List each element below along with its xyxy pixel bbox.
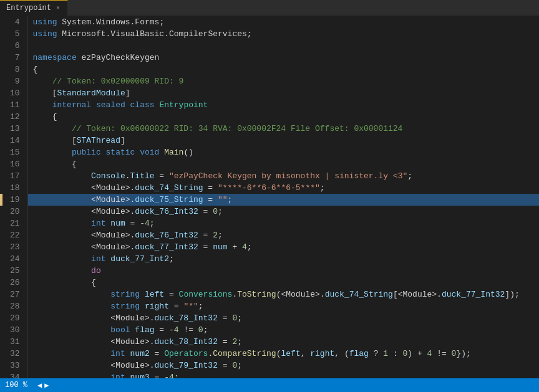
token-op: = -: [155, 325, 174, 335]
token-prop: duck_74_String: [325, 290, 393, 299]
token-punct: >.: [125, 207, 135, 216]
token-ns: [125, 349, 130, 358]
table-row: 11 internal sealed class Entrypoint: [0, 99, 539, 111]
table-row: 26 {: [0, 277, 539, 289]
token-prop: flag: [135, 325, 154, 335]
code-content: <Module>.duck_78_Int32 = 0;: [27, 312, 539, 324]
token-punct: [<: [393, 290, 403, 299]
token-kw: public: [33, 148, 101, 157]
line-number: 23: [2, 241, 27, 253]
token-op: = -: [125, 219, 145, 228]
token-kw: int: [33, 254, 106, 264]
token-op: =: [203, 183, 218, 193]
token-op: +: [228, 242, 242, 252]
token-ns: Module: [403, 290, 432, 299]
token-ns: Module: [286, 290, 315, 299]
token-kw: using: [33, 17, 57, 27]
token-ns: Module: [96, 195, 125, 204]
token-punct: ;: [203, 325, 208, 335]
tab-label: Entrypoint: [6, 4, 51, 12]
code-content: // Token: 0x02000009 RID: 9: [27, 75, 539, 87]
token-punct: {: [33, 160, 77, 169]
token-comment: // Token: 0x06000022 RID: 34 RVA: 0x0000…: [33, 124, 403, 133]
token-ns: Module: [96, 183, 125, 193]
token-kw: static: [106, 148, 135, 157]
code-content: <Module>.duck_76_Int32 = 0;: [27, 206, 539, 218]
token-punct: >.: [145, 313, 155, 323]
token-punct: ;: [228, 195, 233, 204]
code-content: int num2 = Operators.CompareString(left,…: [27, 348, 539, 360]
table-row: 21 int num = -4;: [0, 218, 539, 229]
table-row: 34 int num3 = -4;: [0, 371, 539, 378]
line-number: 32: [2, 348, 27, 360]
token-prop: duck_74_String: [135, 183, 203, 193]
table-row: 8{: [0, 64, 539, 75]
token-ns: [140, 290, 145, 299]
line-number: 18: [2, 182, 27, 194]
line-number: 4: [2, 16, 27, 28]
code-content: <Module>.duck_77_Int32 = num + 4;: [27, 241, 539, 253]
token-op: =: [198, 207, 213, 216]
token-punct: >.: [432, 290, 442, 299]
table-row: 22 <Module>.duck_76_Int32 = 2;: [0, 229, 539, 241]
token-punct: {: [33, 65, 38, 74]
token-kw2: do: [33, 266, 101, 275]
code-content: string left = Conversions.ToString(<Modu…: [27, 289, 539, 300]
code-content: int num = -4;: [27, 218, 539, 229]
table-row: 16 {: [0, 158, 539, 170]
line-number: 9: [2, 75, 27, 87]
tab-entrypoint[interactable]: Entrypoint ×: [0, 0, 68, 16]
token-punct: ;: [237, 337, 242, 347]
token-punct: ;: [174, 373, 179, 378]
token-prop: duck_77_Int2: [110, 254, 169, 264]
token-ns: [135, 148, 140, 157]
table-row: 28 string right = "*";: [0, 300, 539, 312]
token-kw: string: [33, 302, 140, 311]
table-row: 7namespace ezPayCheckKeygen: [0, 52, 539, 64]
token-num: 2: [213, 231, 218, 240]
code-content: internal sealed class Entrypoint: [27, 99, 539, 111]
token-op: !=: [432, 349, 451, 358]
token-op: =: [218, 313, 232, 323]
token-punct: });: [456, 349, 470, 358]
token-num: 1: [383, 349, 388, 358]
tab-close-button[interactable]: ×: [55, 4, 61, 12]
code-editor[interactable]: 4using System.Windows.Forms;5using Micro…: [0, 16, 539, 378]
token-punct: ;: [247, 29, 252, 39]
table-row: 15 public static void Main(): [0, 146, 539, 158]
token-op: =: [155, 171, 169, 181]
token-prop: duck_79_Int32: [155, 361, 218, 370]
table-row: 18 <Module>.duck_74_String = "****-6**6-…: [0, 182, 539, 194]
table-row: 13 // Token: 0x06000022 RID: 34 RVA: 0x0…: [0, 123, 539, 135]
token-punct: <: [33, 195, 96, 204]
token-prop: left: [281, 349, 300, 358]
line-number: 12: [2, 111, 27, 123]
token-attr: StandardModule: [57, 88, 125, 98]
token-prop: num: [213, 242, 227, 252]
token-punct: ;: [159, 17, 164, 27]
line-number: 22: [2, 229, 27, 241]
token-punct: ;: [218, 207, 223, 216]
token-op: !=: [179, 325, 198, 335]
token-punct: ;: [150, 219, 155, 228]
token-punct: <: [33, 361, 116, 370]
token-str: "": [218, 195, 228, 204]
token-prop: duck_75_String: [135, 195, 203, 204]
code-content: bool flag = -4 != 0;: [27, 324, 539, 336]
code-content: namespace ezPayCheckKeygen: [27, 52, 539, 64]
line-number: 31: [2, 336, 27, 348]
line-number: 17: [2, 170, 27, 182]
token-punct: >.: [125, 242, 135, 252]
line-number: 20: [2, 206, 27, 218]
code-content: int duck_77_Int2;: [27, 253, 539, 265]
token-punct: .: [91, 17, 96, 27]
token-op: =: [203, 195, 218, 204]
line-number: 16: [2, 158, 27, 170]
token-op: =: [218, 361, 232, 370]
token-punct: ,: [301, 349, 311, 358]
token-ns: Microsoft: [57, 29, 106, 39]
line-number: 29: [2, 312, 27, 324]
table-row: 32 int num2 = Operators.CompareString(le…: [0, 348, 539, 360]
token-class-name: Conversions: [179, 290, 233, 299]
code-content: [27, 40, 539, 52]
